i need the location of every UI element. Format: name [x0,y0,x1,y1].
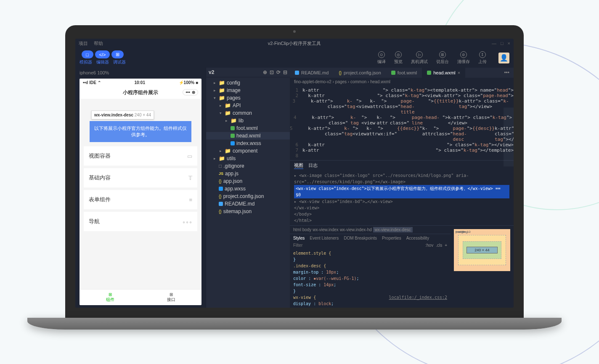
page-title: 小程序组件展示 [123,90,158,95]
status-battery: ⚡100% ■ [179,80,198,85]
cls-toggle[interactable]: .cls [436,243,442,248]
tree-item[interactable]: ▸📁 component [206,147,290,155]
tree-item[interactable]: ▾📁 pages [206,94,290,102]
crumb[interactable]: body [302,227,312,232]
tree-item[interactable]: {} project.config.json [206,193,290,200]
menu-project[interactable]: 项目 [79,40,88,47]
devtools-tab[interactable]: Styles [293,236,305,240]
editor-tab[interactable]: foot.wxml [386,68,422,78]
toolbar: □ </> ⊞ 模拟器 编辑器 调试器 ⊙编译◎预览▷真机调试⊞切后台⊘清缓存↥… [75,48,514,68]
devtools-tab[interactable]: DOM Breakpoints [344,236,377,240]
tree-item[interactable]: {} sitemap.json [206,208,290,215]
project-root[interactable]: v2 [209,69,214,75]
file-tree-panel: v2 ⊕ ⊡ ⟳ ⊟ ▸📁 config▸📁 image▾📁 pages▸📁 A… [206,68,290,308]
tree-item[interactable]: foot.wxml [206,124,290,132]
crumb[interactable]: wx-view.index-desc [373,227,413,232]
phone-tab[interactable]: ⊞接口 [140,290,201,305]
tree-item[interactable]: head.wxml [206,132,290,140]
devtools-tab[interactable]: Event Listeners [310,236,339,240]
refresh-icon[interactable]: ⟳ [276,69,281,75]
tree-item[interactable]: JS app.js [206,170,290,177]
laptop-camera [293,30,296,33]
tree-item[interactable]: {} app.json [206,177,290,185]
status-time: 10:01 [134,80,145,85]
crumb[interactable]: html [293,227,301,232]
phone-tab[interactable]: ⊞组件 [80,290,140,305]
tree-item[interactable]: ▸📁 utils [206,155,290,162]
tool-清缓存[interactable]: ⊘清缓存 [457,51,470,65]
label-editor: 编辑器 [96,59,109,65]
new-folder-icon[interactable]: ⊡ [270,69,274,75]
menu-item[interactable]: 基础内容𝕋 [84,168,197,187]
tree-item[interactable]: □ .gitignore [206,162,290,170]
tab-log[interactable]: 日志 [308,162,318,169]
tab-overflow[interactable]: ••• [500,70,514,76]
avatar[interactable]: 👤 [498,53,509,63]
simulator-panel: iphone6 100% ••ıl IDE ⌃ 10:01 ⚡100% ■ 小程… [75,68,206,308]
device-info: iphone6 100% [80,70,201,75]
tool-上传[interactable]: ↥上传 [478,51,487,65]
toggle-debugger[interactable]: ⊞ [111,50,124,58]
window-title: v2-FinClip小程序开发工具 [268,40,321,47]
mid-panel-tabs: 视图 日志 [290,160,514,171]
toggle-editor[interactable]: </> [95,50,110,58]
box-model: margin 10 border - padding - 240 × 44 [451,226,514,308]
menu-help[interactable]: 帮助 [94,40,103,47]
crumb[interactable]: wx-view.index-hd [340,227,372,232]
phone-frame: ••ıl IDE ⌃ 10:01 ⚡100% ■ 小程序组件展示 •••⊗ wx… [80,79,201,305]
tool-切后台[interactable]: ⊞切后台 [436,51,449,65]
tree-item[interactable]: ▾📁 common [206,109,290,117]
crumb[interactable]: wx-view.index [313,227,339,232]
highlighted-element[interactable]: 以下将展示小程序官方组件能力。组件样式仅供参考。 [90,121,191,142]
tree-item[interactable]: ▸📁 config [206,79,290,87]
devtools-tab[interactable]: Accessibility [406,236,429,240]
hov-toggle[interactable]: :hov [425,243,433,248]
status-left: ••ıl IDE ⌃ [83,80,101,85]
editor-tab[interactable]: head.wxml × [422,68,465,78]
add-rule[interactable]: + [445,243,447,248]
minimap[interactable] [504,108,514,166]
close-icon[interactable]: × [458,70,460,75]
toggle-simulator[interactable]: □ [82,50,93,58]
label-simulator: 模拟器 [80,59,92,65]
code-editor[interactable]: 1k-attr"> class="k-tag"><templatek-attr"… [290,86,514,160]
dom-inspector[interactable]: ▸ <wx-image class="index-logo" src="../r… [290,171,514,225]
menu-item[interactable]: 视图容器▭ [84,146,197,166]
collapse-icon[interactable]: ⊟ [283,69,287,75]
breadcrumb[interactable]: fino-applet-demo-v2 › pages › common › h… [290,78,514,86]
capsule[interactable]: •••⊗ [183,89,198,95]
label-debugger: 调试器 [113,59,126,65]
styles-pane[interactable]: element.style {}.index-desc {</span></di… [290,248,451,308]
tree-item[interactable]: ▸📁 image [206,87,290,94]
element-crumbs[interactable]: html body wx-view.index wx-view.index-hd… [290,226,451,234]
styles-filter[interactable] [293,243,422,248]
titlebar: 项目 帮助 v2-FinClip小程序开发工具 — □ × [75,39,514,48]
window-minimize[interactable]: — [492,41,496,46]
ide-window: 项目 帮助 v2-FinClip小程序开发工具 — □ × □ </> ⊞ 模拟… [75,39,514,308]
tool-预览[interactable]: ◎预览 [394,51,403,65]
tab-view[interactable]: 视图 [294,162,303,169]
inspect-tooltip: wx-view.index-desc 240 × 44 [91,111,154,119]
laptop-frame: 项目 帮助 v2-FinClip小程序开发工具 — □ × □ </> ⊞ 模拟… [65,25,524,330]
tree-item[interactable]: README.md [206,200,290,208]
tool-编译[interactable]: ⊙编译 [377,51,386,65]
tool-真机调试[interactable]: ▷真机调试 [411,51,428,65]
tree-item[interactable]: ▸📁 lib [206,117,290,124]
new-file-icon[interactable]: ⊕ [263,69,267,75]
window-maximize[interactable]: □ [501,41,504,46]
menu-item[interactable]: 表单组件≡ [84,190,197,209]
tree-item[interactable]: app.wxss [206,185,290,193]
editor-tab[interactable]: {} project.config.json [334,68,386,78]
devtools-tab[interactable]: Properties [382,236,401,240]
tree-item[interactable]: ▸📁 API [206,102,290,109]
tree-item[interactable]: index.wxss [206,140,290,147]
menu-item[interactable]: 导航∘∘∘ [84,212,197,231]
editor-tab[interactable]: README.md [290,68,334,78]
window-close[interactable]: × [508,41,510,46]
editor-panel: README.md{} project.config.json foot.wxm… [290,68,514,308]
